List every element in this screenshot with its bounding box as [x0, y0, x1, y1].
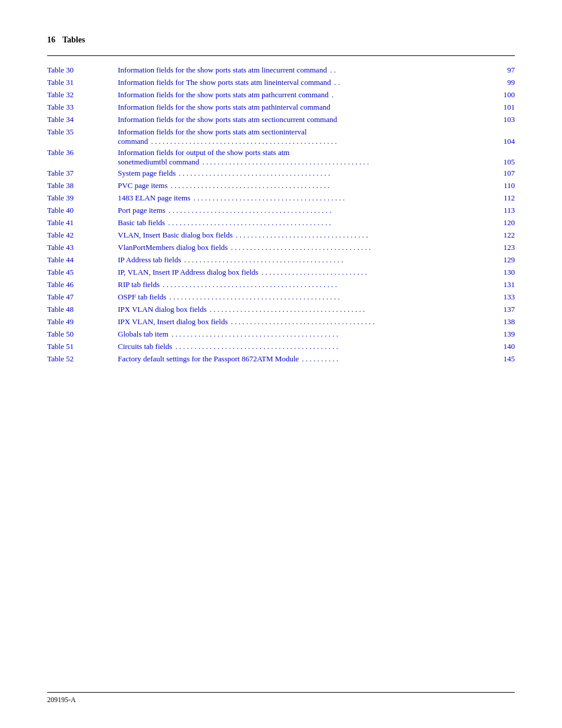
toc-dots-32: . — [330, 90, 501, 100]
list-item: Table 48 IPX VLAN dialog box fields . . … — [47, 305, 515, 315]
toc-text-41: Basic tab fields — [118, 218, 165, 228]
page-number: 16 — [47, 35, 55, 45]
toc-dots-44: . . . . . . . . . . . . . . . . . . . . … — [182, 255, 501, 265]
list-item: Table 31 Information fields for The show… — [47, 78, 515, 88]
table-label-31[interactable]: Table 31 — [47, 78, 118, 87]
toc-text-34: Information fields for the show ports st… — [118, 115, 337, 124]
toc-dots-46: . . . . . . . . . . . . . . . . . . . . … — [161, 280, 501, 289]
list-item: Table 35 Information fields for the show… — [47, 127, 515, 146]
list-item: Table 41 Basic tab fields . . . . . . . … — [47, 218, 515, 229]
toc-text-42: VLAN, Insert Basic dialog box fields — [118, 230, 233, 240]
toc-entry-44: IP Address tab fields . . . . . . . . . … — [118, 255, 515, 265]
table-label-45[interactable]: Table 45 — [47, 268, 118, 277]
table-label-52[interactable]: Table 52 — [47, 354, 118, 364]
table-label-49[interactable]: Table 49 — [47, 317, 118, 327]
list-item: Table 36 Information fields for output o… — [47, 148, 515, 167]
table-label-43[interactable]: Table 43 — [47, 243, 118, 252]
table-label-39[interactable]: Table 39 — [47, 193, 118, 203]
table-label-41[interactable]: Table 41 — [47, 218, 118, 228]
toc-page-51: 140 — [504, 342, 515, 351]
toc-dots-42: . . . . . . . . . . . . . . . . . . . . … — [234, 230, 501, 240]
toc-dots-30: . . — [328, 65, 505, 75]
toc-text-33: Information fields for the show ports st… — [118, 103, 330, 112]
toc-entry-35: Information fields for the show ports st… — [118, 127, 515, 146]
toc-page-48: 137 — [504, 305, 515, 314]
toc-dots-38: . . . . . . . . . . . . . . . . . . . . … — [169, 181, 501, 190]
toc-container: Table 30 Information fields for the show… — [47, 65, 515, 365]
toc-text-31: Information fields for The show ports st… — [118, 78, 331, 87]
table-label-47[interactable]: Table 47 — [47, 292, 118, 302]
toc-page-52: 145 — [504, 354, 515, 364]
table-label-46[interactable]: Table 46 — [47, 280, 118, 289]
page-header: 16 Tables — [47, 35, 515, 45]
table-label-48[interactable]: Table 48 — [47, 305, 118, 314]
toc-entry-47: OSPF tab fields . . . . . . . . . . . . … — [118, 292, 515, 302]
toc-page-36: 105 — [504, 157, 515, 167]
toc-page-46: 131 — [504, 280, 515, 289]
table-label-50[interactable]: Table 50 — [47, 330, 118, 339]
list-item: Table 40 Port page items . . . . . . . .… — [47, 206, 515, 216]
toc-entry-46: RIP tab fields . . . . . . . . . . . . .… — [118, 280, 515, 289]
toc-entry-34: Information fields for the show ports st… — [118, 115, 515, 124]
toc-entry-52: Factory default settings for the Passpor… — [118, 354, 515, 364]
toc-entry-37: System page fields . . . . . . . . . . .… — [118, 169, 515, 178]
list-item: Table 47 OSPF tab fields . . . . . . . .… — [47, 292, 515, 303]
toc-entry-31: Information fields for The show ports st… — [118, 78, 515, 87]
toc-page-34: 103 — [504, 115, 515, 124]
toc-page-40: 113 — [504, 206, 515, 215]
toc-page-37: 107 — [504, 169, 515, 178]
toc-dots-45: . . . . . . . . . . . . . . . . . . . . … — [260, 268, 501, 277]
table-label-36[interactable]: Table 36 — [47, 148, 118, 157]
toc-entry-42: VLAN, Insert Basic dialog box fields . .… — [118, 230, 515, 240]
toc-page-32: 100 — [504, 90, 515, 100]
toc-dots-36: . . . . . . . . . . . . . . . . . . . . … — [200, 157, 501, 167]
toc-text-36-line2: sonetmediumtbl command — [118, 157, 199, 167]
list-item: Table 33 Information fields for the show… — [47, 103, 515, 113]
toc-text-44: IP Address tab fields — [118, 255, 181, 265]
table-label-42[interactable]: Table 42 — [47, 230, 118, 240]
list-item: Table 39 1483 ELAN page items . . . . . … — [47, 193, 515, 204]
list-item: Table 50 Globals tab item . . . . . . . … — [47, 330, 515, 340]
list-item: Table 52 Factory default settings for th… — [47, 354, 515, 365]
table-label-32[interactable]: Table 32 — [47, 90, 118, 100]
toc-dots-37: . . . . . . . . . . . . . . . . . . . . … — [177, 169, 501, 178]
toc-text-36-line1: Information fields for output of the sho… — [118, 148, 515, 157]
toc-dots-50: . . . . . . . . . . . . . . . . . . . . … — [170, 330, 501, 339]
list-item: Table 42 VLAN, Insert Basic dialog box f… — [47, 230, 515, 241]
list-item: Table 45 IP, VLAN, Insert IP Address dia… — [47, 268, 515, 278]
toc-page-49: 138 — [504, 317, 515, 327]
footer-rule — [47, 692, 515, 693]
table-label-51[interactable]: Table 51 — [47, 342, 118, 351]
list-item: Table 51 Circuits tab fields . . . . . .… — [47, 342, 515, 353]
table-label-35[interactable]: Table 35 — [47, 127, 118, 137]
table-label-34[interactable]: Table 34 — [47, 115, 118, 124]
toc-page-30: 97 — [507, 65, 515, 75]
table-label-30[interactable]: Table 30 — [47, 65, 118, 75]
toc-text-30: Information fields for the show ports st… — [118, 65, 327, 75]
table-label-38[interactable]: Table 38 — [47, 181, 118, 190]
footer-doc-id: 209195-A — [47, 696, 76, 704]
header-title: Tables — [62, 35, 85, 45]
toc-page-43: 123 — [504, 243, 515, 252]
table-label-37[interactable]: Table 37 — [47, 169, 118, 178]
toc-text-47: OSPF tab fields — [118, 292, 166, 302]
table-label-44[interactable]: Table 44 — [47, 255, 118, 265]
toc-text-46: RIP tab fields — [118, 280, 160, 289]
toc-dots-47: . . . . . . . . . . . . . . . . . . . . … — [167, 292, 501, 302]
list-item: Table 43 VlanPortMembers dialog box fiel… — [47, 243, 515, 253]
toc-entry-39: 1483 ELAN page items . . . . . . . . . .… — [118, 193, 515, 203]
header-rule — [47, 55, 515, 56]
toc-page-39: 112 — [504, 193, 515, 203]
toc-dots-43: . . . . . . . . . . . . . . . . . . . . … — [229, 243, 501, 252]
toc-text-51: Circuits tab fields — [118, 342, 172, 351]
table-label-33[interactable]: Table 33 — [47, 103, 118, 112]
toc-entry-41: Basic tab fields . . . . . . . . . . . .… — [118, 218, 515, 228]
toc-entry-38: PVC page items . . . . . . . . . . . . .… — [118, 181, 515, 190]
toc-line-36: sonetmediumtbl command . . . . . . . . .… — [118, 157, 515, 167]
toc-text-35-line2: command — [118, 137, 148, 146]
list-item: Table 34 Information fields for the show… — [47, 115, 515, 126]
table-label-40[interactable]: Table 40 — [47, 206, 118, 215]
toc-page-33: 101 — [504, 103, 515, 112]
list-item: Table 44 IP Address tab fields . . . . .… — [47, 255, 515, 266]
list-item: Table 49 IPX VLAN, Insert dialog box fie… — [47, 317, 515, 328]
